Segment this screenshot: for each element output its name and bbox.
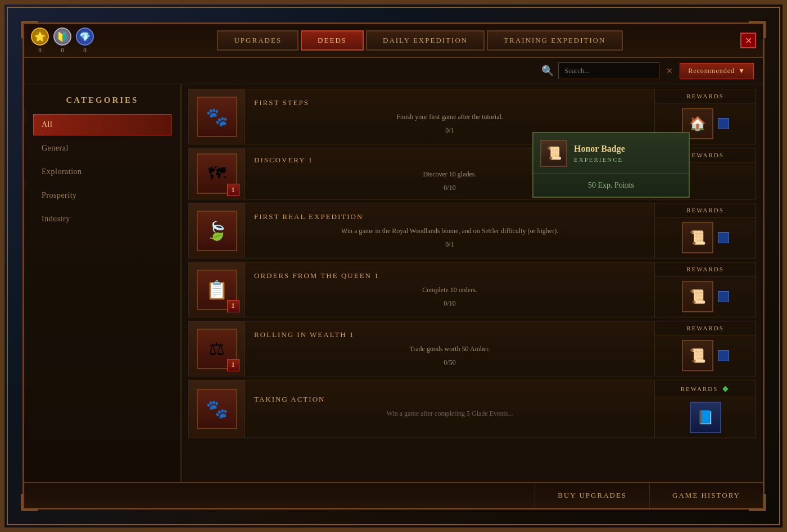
deed-rolling-wealth: ⚖ 1 ROLLING IN WEALTH 1 Trade goods wort… [188,321,756,376]
rewards-content-expedition: 📜 [655,217,756,258]
deed-progress-expedition: 0/1 [254,240,645,249]
rewards-label-expedition: REWARDS [655,203,756,217]
top-bar: ⭐ 0 🔰 0 💎 0 UPGRADES DEEDS DAILY EXPEDIT… [24,24,763,58]
deed-icon-action: 🐾 [197,389,237,429]
rewards-label-wealth: REWARDS [655,321,756,335]
deed-icon-discovery: 🗺 1 [197,153,237,194]
rewards-content-action: 📘 [655,397,756,438]
categories-title: CATEGORIES [33,96,171,105]
deed-desc-expedition: Win a game in the Royal Woodlands biome,… [254,226,645,236]
deed-info-action: TAKING ACTION Win a game after completin… [245,380,654,438]
tab-daily-expedition[interactable]: DAILY EXPEDITION [366,30,485,51]
search-input[interactable] [558,62,659,79]
search-bar: 🔍 ✕ Recommended ▼ [24,58,763,84]
deed-title-first-steps: FIRST STEPS [254,98,645,107]
deed-rewards-expedition: REWARDS 📜 [654,203,756,258]
tooltip-text: Honor Badge EXPERIENCE [574,144,625,163]
buy-upgrades-button[interactable]: BUY UPGRADES [535,483,649,508]
game-history-button[interactable]: GAME HISTORY [649,483,763,508]
deed-icon-wealth: ⚖ 1 [197,329,237,369]
deed-desc-first-steps: Finish your first game after the tutoria… [254,112,645,122]
rewards-content-wealth: 📜 [655,335,756,376]
reward-check-wealth [718,350,729,361]
tooltip-icon: 📜 [540,140,567,167]
deed-orders-queen: 📋 1 ORDERS FROM THE QUEEN 1 Complete 10 … [188,262,756,317]
tab-deeds[interactable]: DEEDS [301,30,364,51]
reward-icon-wealth: 📜 [682,340,713,371]
rewards-green-icon: ◆ [722,384,730,393]
deed-icon-first-steps: 🐾 [197,97,237,137]
sidebar: CATEGORIES All General Exploration Prosp… [24,84,182,482]
deed-title-orders: ORDERS FROM THE QUEEN 1 [254,271,645,280]
tab-upgrades[interactable]: UPGRADES [217,30,298,51]
deed-desc-action: Win a game after completing 5 Glade Even… [254,408,645,419]
reward-check-orders [718,291,729,302]
deed-title-expedition: FIRST REAL EXPEDITION [254,212,645,221]
currency-gold: ⭐ 0 [31,28,49,53]
filter-dropdown[interactable]: Recommended ▼ [680,63,754,79]
deed-info-orders: ORDERS FROM THE QUEEN 1 Complete 10 orde… [245,262,654,317]
deed-badge-orders: 1 [227,300,239,312]
deed-taking-action: 🐾 TAKING ACTION Win a game after complet… [188,380,756,438]
reward-check-first-steps [718,118,729,129]
deed-icon-expedition: 🍃 [197,211,237,251]
silver-count: 0 [61,47,64,53]
reward-icon-expedition: 📜 [682,222,713,253]
deed-icon-orders: 📋 1 [197,270,237,310]
tab-training-expedition[interactable]: TRAINING EXPEDITION [487,30,622,51]
category-industry[interactable]: Industry [33,208,171,230]
honor-badge-tooltip: 📜 Honor Badge EXPERIENCE 50 Exp. Points [532,132,690,198]
deed-rewards-orders: REWARDS 📜 [654,262,756,317]
deed-rewards-wealth: REWARDS 📜 [654,321,756,376]
main-container: ⭐ 0 🔰 0 💎 0 UPGRADES DEEDS DAILY EXPEDIT… [22,22,765,510]
search-clear-button[interactable]: ✕ [664,66,675,76]
search-icon: 🔍 [541,65,554,77]
deeds-list[interactable]: 🐾 FIRST STEPS Finish your first game aft… [182,84,763,482]
tooltip-header: 📜 Honor Badge EXPERIENCE [533,133,689,174]
deed-icon-wrap-action: 🐾 [189,380,245,438]
filter-label: Recommended [688,67,735,75]
content-area: CATEGORIES All General Exploration Prosp… [24,84,763,482]
blue-count: 0 [83,47,87,53]
silver-icon: 🔰 [53,28,71,46]
tooltip-title: Honor Badge [574,144,625,154]
nav-tabs: UPGRADES DEEDS DAILY EXPEDITION TRAINING… [105,30,735,51]
category-all[interactable]: All [33,114,171,135]
rewards-label-first-steps: REWARDS [655,89,756,103]
deed-badge-wealth: 1 [227,359,239,371]
currency-silver: 🔰 0 [53,28,71,53]
rewards-label-action: REWARDS ◆ [655,380,756,397]
deed-info-expedition: FIRST REAL EXPEDITION Win a game in the … [245,203,654,258]
deed-progress-orders: 0/10 [254,299,645,308]
deed-desc-wealth: Trade goods worth 50 Amber. [254,344,645,354]
tooltip-type: EXPERIENCE [574,156,625,163]
bottom-bar: BUY UPGRADES GAME HISTORY [24,482,763,508]
rewards-text-action: REWARDS [681,385,718,392]
reward-icon-action: 📘 [690,402,721,433]
deed-info-wealth: ROLLING IN WEALTH 1 Trade goods worth 50… [245,321,654,376]
deed-icon-wrap-first-steps: 🐾 [189,89,245,144]
deed-first-real-expedition: 🍃 FIRST REAL EXPEDITION Win a game in th… [188,203,756,258]
deed-badge-discovery: 1 [227,184,239,196]
deed-title-action: TAKING ACTION [254,395,645,404]
currency-group: ⭐ 0 🔰 0 💎 0 [31,28,94,53]
tooltip-body: 50 Exp. Points [533,174,689,197]
category-exploration[interactable]: Exploration [33,161,171,183]
filter-chevron-icon: ▼ [738,67,745,75]
blue-icon: 💎 [76,28,94,46]
deed-desc-orders: Complete 10 orders. [254,285,645,295]
deed-title-wealth: ROLLING IN WEALTH 1 [254,330,645,339]
category-general[interactable]: General [33,138,171,159]
deed-icon-wrap-discovery: 🗺 1 [189,148,245,199]
deed-progress-wealth: 0/50 [254,358,645,367]
reward-check-expedition [718,232,729,243]
category-prosperity[interactable]: Prosperity [33,185,171,206]
gold-count: 0 [38,47,42,53]
close-button[interactable]: ✕ [740,33,756,48]
rewards-label-orders: REWARDS [655,262,756,276]
reward-icon-orders: 📜 [682,281,713,312]
deed-icon-wrap-orders: 📋 1 [189,262,245,317]
deed-rewards-action: REWARDS ◆ 📘 [654,380,756,438]
rewards-content-orders: 📜 [655,276,756,317]
deed-icon-wrap-expedition: 🍃 [189,203,245,258]
